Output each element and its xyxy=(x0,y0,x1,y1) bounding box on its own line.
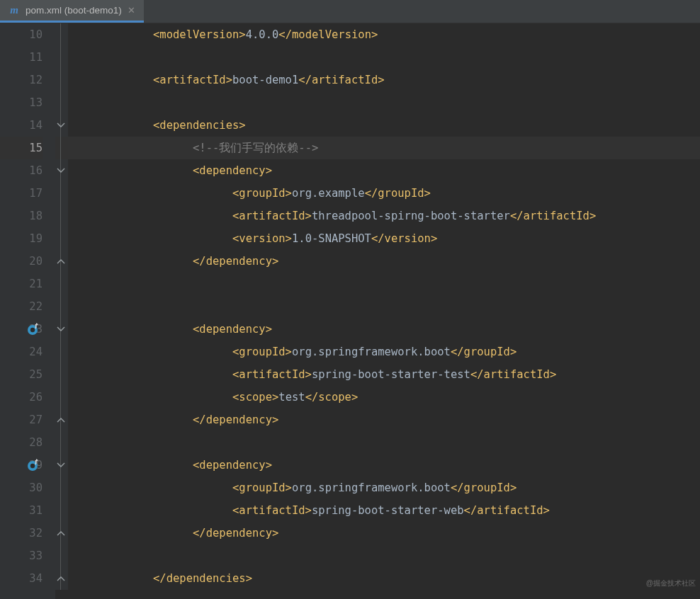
line-number[interactable]: 26 xyxy=(0,386,43,409)
line-number[interactable]: 16 xyxy=(0,159,43,182)
fold-open-icon[interactable] xyxy=(57,166,65,175)
line-number[interactable]: 18 xyxy=(0,205,43,227)
line-number[interactable]: 33 xyxy=(0,544,43,567)
line-number[interactable]: 20 xyxy=(0,250,43,273)
code-area[interactable]: <modelVersion>4.0.0</modelVersion> <arti… xyxy=(68,23,700,599)
code-line[interactable]: <modelVersion>4.0.0</modelVersion> xyxy=(68,23,700,46)
editor: 1011121314151617181920212223242526272829… xyxy=(0,23,700,599)
line-number[interactable]: 24 xyxy=(0,341,43,363)
code-line[interactable]: <artifactId>spring-boot-starter-test</ar… xyxy=(68,363,700,386)
fold-close-icon[interactable] xyxy=(57,416,65,424)
code-line[interactable]: <artifactId>threadpool-spirng-boot-start… xyxy=(68,205,700,227)
code-line[interactable] xyxy=(68,295,700,318)
line-number[interactable]: 32 xyxy=(0,522,43,544)
code-line[interactable]: <groupId>org.springframework.boot</group… xyxy=(68,477,700,499)
code-line[interactable]: </dependency> xyxy=(68,522,700,544)
line-number[interactable]: 29 xyxy=(0,454,43,477)
line-number[interactable]: 30 xyxy=(0,477,43,499)
watermark: @掘金技术社区 xyxy=(646,572,696,595)
maven-file-icon: m xyxy=(9,4,20,16)
code-line[interactable]: </dependency> xyxy=(68,409,700,431)
code-line[interactable]: <dependencies> xyxy=(68,114,700,137)
code-line[interactable]: <dependency> xyxy=(68,318,700,341)
tab-title: pom.xml (boot-demo1) xyxy=(26,5,122,16)
fold-open-icon[interactable] xyxy=(57,121,65,130)
line-number[interactable]: 12 xyxy=(0,69,43,91)
dependency-update-icon[interactable] xyxy=(27,323,40,336)
code-line[interactable]: <groupId>org.example</groupId> xyxy=(68,182,700,205)
code-line[interactable] xyxy=(68,91,700,114)
code-line[interactable]: <artifactId>boot-demo1</artifactId> xyxy=(68,69,700,91)
line-number[interactable]: 25 xyxy=(0,363,43,386)
code-line[interactable]: <version>1.0-SNAPSHOT</version> xyxy=(68,227,700,250)
code-line[interactable] xyxy=(68,46,700,69)
fold-open-icon[interactable] xyxy=(57,325,65,333)
fold-close-icon[interactable] xyxy=(57,257,65,266)
code-line[interactable]: <scope>test</scope> xyxy=(68,386,700,409)
fold-column[interactable] xyxy=(55,23,68,590)
line-number[interactable]: 11 xyxy=(0,46,43,69)
code-line[interactable]: <dependency> xyxy=(68,159,700,182)
code-line[interactable]: </dependency> xyxy=(68,250,700,273)
fold-close-icon[interactable] xyxy=(57,529,65,537)
code-line[interactable] xyxy=(68,431,700,454)
line-number-gutter[interactable]: 1011121314151617181920212223242526272829… xyxy=(0,23,55,599)
code-line[interactable]: </dependencies> xyxy=(68,567,700,590)
ide-root: { "tab": { "icon_glyph": "m", "title": "… xyxy=(0,0,700,599)
dependency-update-icon[interactable] xyxy=(27,459,40,472)
close-icon[interactable]: ✕ xyxy=(128,5,135,16)
code-line[interactable]: <dependency> xyxy=(68,454,700,477)
line-number[interactable]: 13 xyxy=(0,91,43,114)
line-number[interactable]: 10 xyxy=(0,23,43,46)
code-line[interactable] xyxy=(68,273,700,295)
line-number[interactable]: 23 xyxy=(0,318,43,341)
code-line[interactable] xyxy=(68,544,700,567)
svg-point-3 xyxy=(30,464,35,468)
code-line[interactable]: <artifactId>spring-boot-starter-web</art… xyxy=(68,499,700,522)
tab-pom-xml[interactable]: m pom.xml (boot-demo1) ✕ xyxy=(0,0,144,23)
tab-bar: m pom.xml (boot-demo1) ✕ xyxy=(0,0,700,23)
fold-close-icon[interactable] xyxy=(57,574,65,583)
code-line[interactable]: <groupId>org.springframework.boot</group… xyxy=(68,341,700,363)
line-number[interactable]: 17 xyxy=(0,182,43,205)
line-number[interactable]: 31 xyxy=(0,499,43,522)
line-number[interactable]: 27 xyxy=(0,409,43,431)
code-line[interactable]: <!--我们手写的依赖--> xyxy=(68,137,700,159)
line-number[interactable]: 22 xyxy=(0,295,43,318)
svg-point-1 xyxy=(30,328,35,332)
line-number[interactable]: 19 xyxy=(0,227,43,250)
line-number[interactable]: 28 xyxy=(0,431,43,454)
line-number[interactable]: 34 xyxy=(0,567,43,590)
line-number[interactable]: 14 xyxy=(0,114,43,137)
line-number[interactable]: 21 xyxy=(0,273,43,295)
fold-open-icon[interactable] xyxy=(57,461,65,469)
